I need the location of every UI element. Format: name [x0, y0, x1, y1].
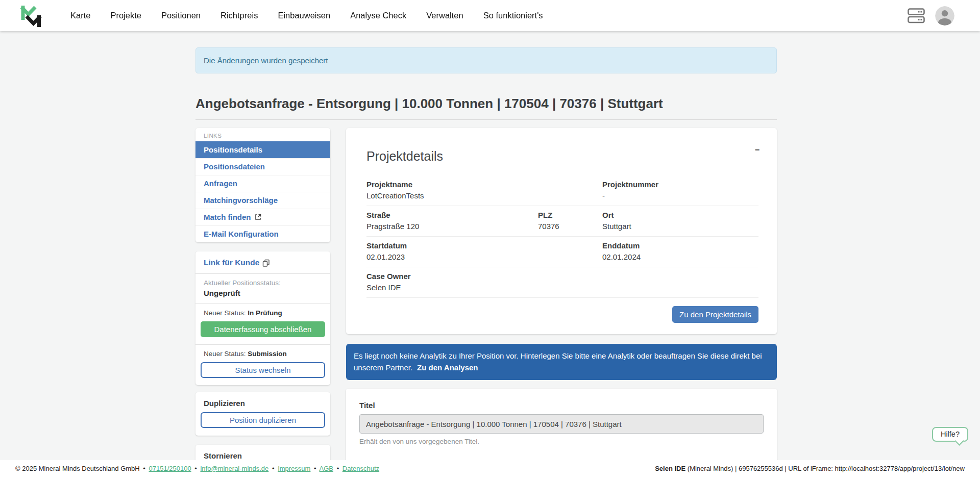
- navbar-right: [908, 6, 954, 26]
- cancel-header: Stornieren: [195, 451, 330, 460]
- field-value: LotCreationTests: [366, 191, 602, 200]
- success-alert: Die Änderungen wurden gespeichert: [195, 47, 777, 73]
- duplicate-position-button[interactable]: Position duplizieren: [201, 412, 325, 428]
- brand-logo[interactable]: [20, 4, 42, 28]
- footer-user: Selen IDE: [655, 465, 685, 472]
- nav-item-analyse-check[interactable]: Analyse Check: [350, 11, 406, 20]
- server-icon: [908, 8, 925, 24]
- field-value: Pragstraße 120: [366, 222, 538, 231]
- nav-item-so-funktionierts[interactable]: So funktioniert's: [483, 11, 543, 20]
- page-content: Die Änderungen wurden gespeichert Angebo…: [195, 0, 777, 481]
- new-status-2: Neuer Status: Submission: [195, 345, 330, 358]
- footer-agb-link[interactable]: AGB: [320, 465, 333, 472]
- sidebar-item-match-finden[interactable]: Match finden: [195, 209, 330, 225]
- footer-datenschutz-link[interactable]: Datenschutz: [342, 465, 379, 472]
- field-label: Projektname: [366, 180, 602, 189]
- titel-input: [359, 414, 764, 434]
- nav-item-einbauweisen[interactable]: Einbauweisen: [278, 11, 330, 20]
- analytics-banner-text: Es liegt noch keine Analytik zu Ihrer Po…: [354, 351, 762, 372]
- page-footer: © 2025 Mineral Minds Deutschland GmbH • …: [0, 460, 980, 481]
- sidebar-item-label: Match finden: [204, 213, 251, 221]
- titel-help: Erhält den von uns vorgegebenen Titel.: [359, 438, 764, 445]
- go-to-analyses-link[interactable]: Zu den Analysen: [417, 363, 478, 372]
- top-navbar: Karte Projekte Positionen Richtpreis Ein…: [0, 0, 980, 31]
- sidebar-item-positionsdateien[interactable]: Positionsdateien: [195, 158, 330, 175]
- copyright-text: © 2025 Mineral Minds Deutschland GmbH: [15, 465, 140, 472]
- field-value: Stuttgart: [602, 222, 631, 231]
- page-title: Angebotsanfrage - Entsorgung | 10.000 To…: [195, 96, 777, 112]
- sidebar-item-anfragen[interactable]: Anfragen: [195, 175, 330, 192]
- field-label: Startdatum: [366, 241, 602, 250]
- project-row-address: Straße Pragstraße 120 PLZ 70376 Ort Stut…: [366, 206, 758, 237]
- footer-separator: •: [143, 465, 145, 472]
- title-divider: [195, 119, 777, 120]
- field-value: -: [602, 191, 658, 200]
- links-card: LINKS Positionsdetails Positionsdateien …: [195, 128, 330, 242]
- sidebar-item-label: E-Mail Konfiguration: [204, 230, 279, 238]
- footer-left: © 2025 Mineral Minds Deutschland GmbH • …: [15, 465, 379, 472]
- new-status-1-value: In Prüfung: [248, 309, 282, 317]
- user-avatar-button[interactable]: [935, 6, 954, 26]
- avatar-icon: [935, 6, 954, 26]
- titel-label: Titel: [359, 401, 764, 410]
- links-header: LINKS: [195, 128, 330, 141]
- main-column: Projektdetails − Projektname LotCreation…: [346, 128, 777, 481]
- project-details-card: Projektdetails − Projektname LotCreation…: [346, 128, 777, 334]
- new-status-2-value: Submission: [248, 350, 287, 358]
- footer-separator: •: [337, 465, 339, 472]
- current-status-value: Ungeprüft: [204, 289, 322, 297]
- new-status-prefix: Neuer Status:: [204, 309, 246, 317]
- external-link-icon: [255, 214, 261, 220]
- footer-phone-link[interactable]: 07151/250100: [149, 465, 191, 472]
- footer-separator: •: [272, 465, 275, 472]
- new-status-prefix: Neuer Status:: [204, 350, 246, 358]
- nav-item-richtpreis[interactable]: Richtpreis: [220, 11, 258, 20]
- sidebar-item-label: Matchingvorschläge: [204, 196, 278, 205]
- nav-item-positionen[interactable]: Positionen: [161, 11, 201, 20]
- field-value: 70376: [538, 222, 602, 231]
- field-label: Enddatum: [602, 241, 641, 250]
- footer-right: Selen IDE (Mineral Minds) | 69576255536d…: [655, 465, 965, 472]
- sidebar-item-positionsdetails[interactable]: Positionsdetails: [195, 141, 330, 158]
- sidebar-item-label: Positionsdetails: [204, 145, 262, 154]
- customer-link[interactable]: Link für Kunde: [204, 258, 270, 267]
- nav-item-projekte[interactable]: Projekte: [110, 11, 141, 20]
- copy-icon: [262, 259, 270, 267]
- duplicate-card: Duplizieren Position duplizieren: [195, 392, 330, 436]
- server-sessions-button[interactable]: [908, 8, 925, 24]
- footer-separator: •: [314, 465, 316, 472]
- sidebar-item-label: Positionsdateien: [204, 162, 265, 171]
- sidebar-item-label: Anfragen: [204, 179, 237, 188]
- switch-status-button[interactable]: Status wechseln: [201, 362, 325, 378]
- field-label: Case Owner: [366, 272, 411, 281]
- field-label: Ort: [602, 211, 631, 219]
- project-details-title: Projektdetails: [366, 149, 758, 164]
- sidebar: LINKS Positionsdetails Positionsdateien …: [195, 128, 330, 481]
- field-value: Selen IDE: [366, 283, 411, 292]
- footer-impressum-link[interactable]: Impressum: [278, 465, 310, 472]
- go-to-project-details-button[interactable]: Zu den Projektdetails: [672, 306, 758, 323]
- field-label: Straße: [366, 211, 538, 219]
- sidebar-item-matchingvorschlaege[interactable]: Matchingvorschläge: [195, 192, 330, 209]
- sidebar-item-email-konfiguration[interactable]: E-Mail Konfiguration: [195, 225, 330, 242]
- field-label: Projektnummer: [602, 180, 658, 189]
- analytics-info-banner: Es liegt noch keine Analytik zu Ihrer Po…: [346, 344, 777, 380]
- current-status-label: Aktueller Positionsstatus:: [204, 279, 322, 287]
- mineral-minds-logo-icon: [20, 4, 42, 28]
- footer-email-link[interactable]: info@mineral-minds.de: [200, 465, 268, 472]
- complete-data-entry-button[interactable]: Datenerfassung abschließen: [201, 321, 325, 337]
- field-value: 02.01.2024: [602, 252, 641, 261]
- nav-item-karte[interactable]: Karte: [70, 11, 90, 20]
- field-value: 02.01.2023: [366, 252, 602, 261]
- project-row-dates: Startdatum 02.01.2023 Enddatum 02.01.202…: [366, 237, 758, 267]
- nav-item-verwalten[interactable]: Verwalten: [426, 11, 463, 20]
- main-nav: Karte Projekte Positionen Richtpreis Ein…: [70, 11, 543, 20]
- project-row-case-owner: Case Owner Selen IDE: [366, 267, 758, 298]
- collapse-card-button[interactable]: −: [755, 145, 760, 155]
- help-button[interactable]: Hilfe?: [932, 427, 968, 442]
- status-card: Link für Kunde Aktueller Positionsstatus…: [195, 251, 330, 385]
- two-column-layout: LINKS Positionsdetails Positionsdateien …: [195, 128, 777, 481]
- footer-separator: •: [194, 465, 197, 472]
- field-label: PLZ: [538, 211, 602, 219]
- new-status-1: Neuer Status: In Prüfung: [195, 304, 330, 317]
